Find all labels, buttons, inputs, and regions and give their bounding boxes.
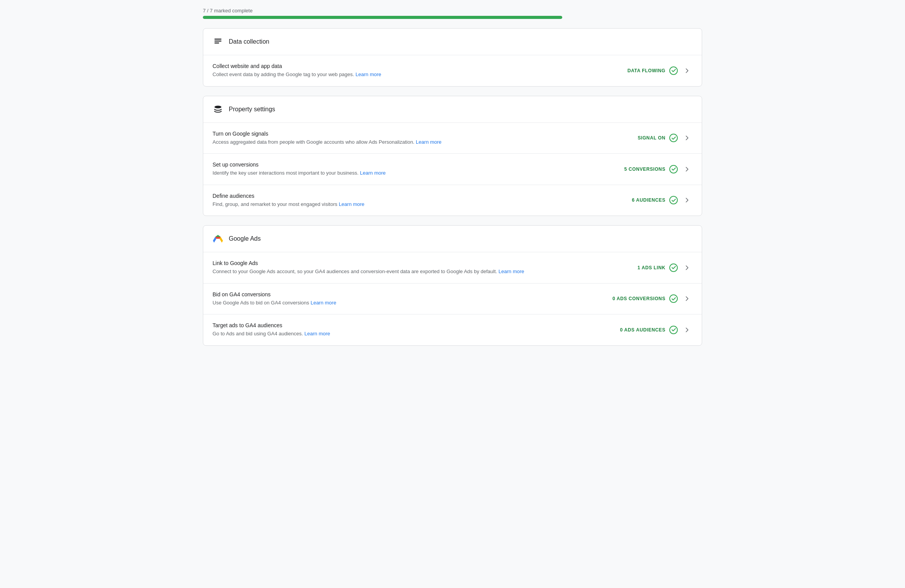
target-ga4-desc: Go to Ads and bid using GA4 audiences. L… bbox=[213, 330, 611, 338]
set-up-conversions-title: Set up conversions bbox=[213, 161, 615, 168]
google-signals-content: Turn on Google signals Access aggregated… bbox=[213, 131, 628, 146]
google-signals-row: Turn on Google signals Access aggregated… bbox=[203, 123, 702, 154]
google-signals-status: SIGNAL ON bbox=[638, 135, 665, 141]
bid-ga4-status: 0 ADS CONVERSIONS bbox=[612, 296, 665, 301]
collect-website-row: Collect website and app data Collect eve… bbox=[203, 55, 702, 86]
link-google-ads-action: 1 ADS LINK bbox=[638, 262, 692, 273]
set-up-conversions-chevron[interactable] bbox=[682, 164, 692, 175]
data-collection-header: Data collection bbox=[203, 29, 702, 55]
progress-label: 7 / 7 marked complete bbox=[203, 8, 702, 14]
link-google-ads-row: Link to Google Ads Connect to your Googl… bbox=[203, 252, 702, 284]
collect-website-status: DATA FLOWING bbox=[628, 68, 665, 73]
data-collection-icon bbox=[213, 36, 223, 47]
define-audiences-learn-more[interactable]: Learn more bbox=[339, 201, 364, 207]
google-ads-header: Google Ads bbox=[203, 226, 702, 252]
data-collection-card: Data collection Collect website and app … bbox=[203, 28, 702, 87]
target-ga4-check bbox=[669, 326, 678, 334]
define-audiences-title: Define audiences bbox=[213, 193, 623, 199]
google-signals-desc: Access aggregated data from people with … bbox=[213, 138, 628, 146]
bid-ga4-check bbox=[669, 294, 678, 303]
target-ga4-row: Target ads to GA4 audiences Go to Ads an… bbox=[203, 314, 702, 345]
google-signals-title: Turn on Google signals bbox=[213, 131, 628, 137]
collect-website-learn-more[interactable]: Learn more bbox=[356, 71, 381, 77]
link-google-ads-title: Link to Google Ads bbox=[213, 260, 628, 266]
collect-website-content: Collect website and app data Collect eve… bbox=[213, 63, 618, 78]
link-google-ads-status: 1 ADS LINK bbox=[638, 265, 665, 270]
page-wrapper: 7 / 7 marked complete Data collection Co… bbox=[194, 0, 711, 370]
target-ga4-learn-more[interactable]: Learn more bbox=[305, 331, 330, 336]
set-up-conversions-status: 5 CONVERSIONS bbox=[624, 167, 666, 172]
svg-rect-1 bbox=[214, 41, 221, 42]
google-signals-check bbox=[669, 134, 678, 142]
define-audiences-desc: Find, group, and remarket to your most e… bbox=[213, 201, 623, 208]
define-audiences-action: 6 AUDIENCES bbox=[632, 195, 692, 206]
set-up-conversions-action: 5 CONVERSIONS bbox=[624, 164, 693, 175]
define-audiences-chevron[interactable] bbox=[682, 195, 692, 206]
progress-bar-bg bbox=[203, 16, 562, 19]
progress-bar-fill bbox=[203, 16, 562, 19]
define-audiences-content: Define audiences Find, group, and remark… bbox=[213, 193, 623, 208]
bid-ga4-row: Bid on GA4 conversions Use Google Ads to… bbox=[203, 284, 702, 315]
bid-ga4-learn-more[interactable]: Learn more bbox=[311, 300, 336, 306]
svg-point-3 bbox=[214, 105, 221, 108]
target-ga4-chevron[interactable] bbox=[682, 325, 692, 335]
define-audiences-status: 6 AUDIENCES bbox=[632, 197, 665, 203]
link-google-ads-learn-more[interactable]: Learn more bbox=[498, 269, 524, 274]
data-collection-title: Data collection bbox=[229, 38, 269, 45]
set-up-conversions-row: Set up conversions Identify the key user… bbox=[203, 154, 702, 185]
property-settings-card: Property settings Turn on Google signals… bbox=[203, 96, 702, 216]
set-up-conversions-content: Set up conversions Identify the key user… bbox=[213, 161, 615, 177]
property-settings-header: Property settings bbox=[203, 96, 702, 123]
google-signals-action: SIGNAL ON bbox=[638, 133, 692, 143]
define-audiences-row: Define audiences Find, group, and remark… bbox=[203, 185, 702, 216]
link-google-ads-desc: Connect to your Google Ads account, so y… bbox=[213, 268, 628, 275]
google-signals-learn-more[interactable]: Learn more bbox=[416, 139, 441, 145]
google-signals-chevron[interactable] bbox=[682, 133, 692, 143]
google-ads-title: Google Ads bbox=[229, 235, 261, 242]
collect-website-title: Collect website and app data bbox=[213, 63, 618, 69]
property-settings-title: Property settings bbox=[229, 106, 275, 113]
define-audiences-check bbox=[669, 196, 678, 204]
link-google-ads-content: Link to Google Ads Connect to your Googl… bbox=[213, 260, 628, 275]
property-settings-icon bbox=[213, 104, 223, 115]
bid-ga4-action: 0 ADS CONVERSIONS bbox=[612, 293, 692, 304]
collect-website-check bbox=[669, 66, 678, 75]
svg-rect-0 bbox=[214, 39, 221, 40]
link-google-ads-check bbox=[669, 263, 678, 272]
target-ga4-status: 0 ADS AUDIENCES bbox=[620, 327, 665, 333]
bid-ga4-chevron[interactable] bbox=[682, 293, 692, 304]
bid-ga4-desc: Use Google Ads to bid on GA4 conversions… bbox=[213, 299, 603, 307]
target-ga4-title: Target ads to GA4 audiences bbox=[213, 322, 611, 328]
target-ga4-content: Target ads to GA4 audiences Go to Ads an… bbox=[213, 322, 611, 338]
google-ads-logo-icon bbox=[213, 233, 223, 244]
collect-website-action: DATA FLOWING bbox=[628, 65, 692, 76]
set-up-conversions-learn-more[interactable]: Learn more bbox=[360, 170, 386, 176]
bid-ga4-content: Bid on GA4 conversions Use Google Ads to… bbox=[213, 291, 603, 307]
progress-section: 7 / 7 marked complete bbox=[203, 8, 702, 19]
set-up-conversions-check bbox=[669, 165, 678, 173]
google-ads-card: Google Ads Link to Google Ads Connect to… bbox=[203, 225, 702, 346]
target-ga4-action: 0 ADS AUDIENCES bbox=[620, 325, 692, 335]
collect-website-desc: Collect event data by adding the Google … bbox=[213, 71, 618, 78]
set-up-conversions-desc: Identify the key user interactions most … bbox=[213, 169, 615, 177]
svg-rect-2 bbox=[214, 42, 219, 44]
bid-ga4-title: Bid on GA4 conversions bbox=[213, 291, 603, 297]
link-google-ads-chevron[interactable] bbox=[682, 262, 692, 273]
collect-website-chevron[interactable] bbox=[682, 65, 692, 76]
